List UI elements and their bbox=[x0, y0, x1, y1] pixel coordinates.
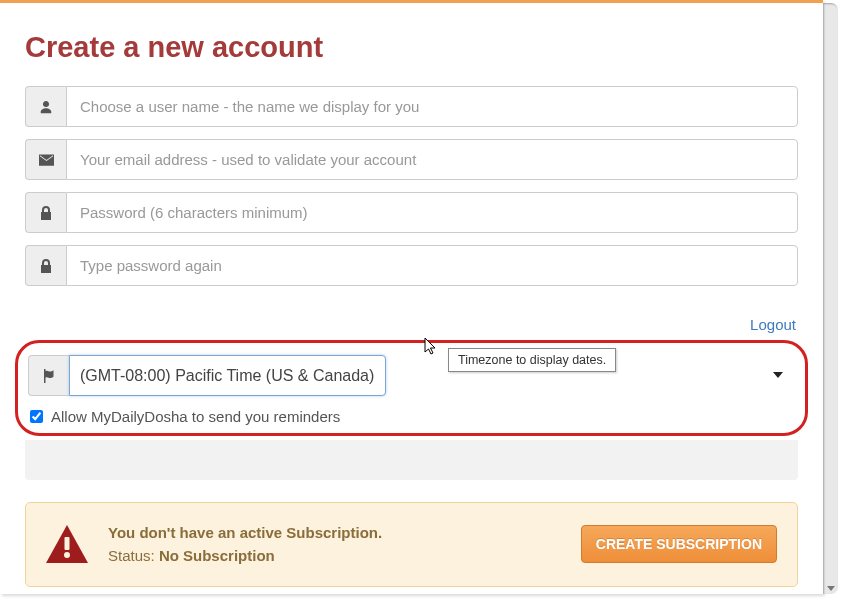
username-group bbox=[25, 86, 798, 127]
username-input[interactable] bbox=[66, 86, 798, 127]
subscription-message: You don't have an active Subscription. S… bbox=[108, 521, 561, 568]
svg-rect-0 bbox=[65, 537, 70, 550]
subscription-status-value: No Subscription bbox=[159, 547, 275, 564]
subscription-headline: You don't have an active Subscription. bbox=[108, 524, 382, 541]
password-confirm-input[interactable] bbox=[66, 245, 798, 286]
password-input[interactable] bbox=[66, 192, 798, 233]
password-group bbox=[25, 192, 798, 233]
scroll-down-icon[interactable] bbox=[827, 586, 835, 591]
subscription-alert: You don't have an active Subscription. S… bbox=[25, 502, 798, 587]
email-input[interactable] bbox=[66, 139, 798, 180]
page-title: Create a new account bbox=[25, 31, 798, 64]
user-icon bbox=[25, 86, 66, 127]
logout-row: Logout bbox=[25, 316, 798, 334]
reminders-row[interactable]: Allow MyDailyDosha to send you reminders bbox=[28, 408, 795, 425]
password-confirm-group bbox=[25, 245, 798, 286]
button-label: CREATE SUBSCRIPTION bbox=[596, 536, 762, 552]
lock-icon bbox=[25, 245, 66, 286]
email-group bbox=[25, 139, 798, 180]
reminders-checkbox[interactable] bbox=[30, 410, 43, 423]
highlight-annotation: (GMT-08:00) Pacific Time (US & Canada) A… bbox=[15, 340, 808, 436]
timezone-group: (GMT-08:00) Pacific Time (US & Canada) bbox=[28, 355, 795, 396]
lock-icon bbox=[25, 192, 66, 233]
timezone-select[interactable]: (GMT-08:00) Pacific Time (US & Canada) bbox=[69, 355, 386, 396]
flag-icon bbox=[28, 355, 69, 396]
warning-icon bbox=[46, 525, 88, 563]
panel-footer bbox=[25, 440, 798, 480]
envelope-icon bbox=[25, 139, 66, 180]
chevron-down-icon bbox=[773, 372, 783, 378]
logout-link[interactable]: Logout bbox=[750, 316, 796, 333]
scrollbar[interactable] bbox=[823, 3, 838, 594]
create-subscription-button[interactable]: CREATE SUBSCRIPTION bbox=[581, 525, 777, 563]
reminders-label: Allow MyDailyDosha to send you reminders bbox=[51, 408, 340, 425]
subscription-status-label: Status: bbox=[108, 547, 155, 564]
timezone-tooltip: Timezone to display dates. bbox=[448, 348, 616, 372]
svg-point-1 bbox=[64, 552, 70, 558]
